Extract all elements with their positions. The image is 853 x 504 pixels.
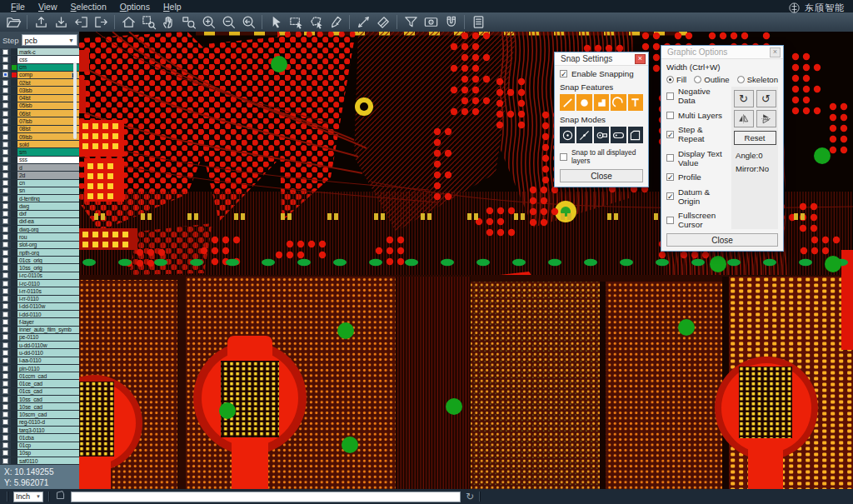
zoom-previous-icon[interactable] <box>238 13 258 31</box>
reset-button[interactable]: Reset <box>734 131 776 145</box>
layer-color-swatch[interactable] <box>11 102 17 109</box>
rotate-cw-button[interactable]: ↻ <box>734 90 754 107</box>
layer-row-inner_auto_film_symb[interactable]: inner_auto_film_symb <box>0 327 79 334</box>
layer-color-swatch[interactable] <box>11 117 17 124</box>
layer-color-swatch[interactable] <box>11 148 17 155</box>
layer-visibility-checkbox[interactable] <box>0 64 11 71</box>
checkbox-step-repeat[interactable]: ✓Step & Repeat <box>666 125 728 143</box>
layer-row-npth-org[interactable]: npth-org <box>0 249 79 257</box>
layer-visibility-checkbox[interactable] <box>0 157 11 163</box>
layer-color-swatch[interactable] <box>11 110 17 117</box>
layer-visibility-checkbox[interactable] <box>0 272 11 279</box>
radio-outline[interactable]: Outline <box>694 75 729 84</box>
layer-visibility-checkbox[interactable] <box>0 349 11 356</box>
close-icon[interactable]: × <box>770 47 781 57</box>
layer-visibility-checkbox[interactable] <box>0 357 11 364</box>
layer-color-swatch[interactable] <box>11 233 17 240</box>
layer-row-u-dd-0110[interactable]: u-dd-0110 <box>0 349 79 357</box>
zoom-in-icon[interactable] <box>198 13 218 31</box>
layer-row-dxf[interactable]: dxf <box>0 211 79 218</box>
open-folder-icon[interactable] <box>3 13 23 31</box>
layer-visibility-checkbox[interactable] <box>0 126 11 132</box>
layer-visibility-checkbox[interactable] <box>0 380 11 387</box>
preview-icon[interactable] <box>421 13 441 31</box>
layer-row-01cba[interactable]: 01cba <box>0 434 79 442</box>
menu-options[interactable]: Options <box>114 2 156 12</box>
layer-row-pin-0110[interactable]: pin-0110 <box>0 365 79 372</box>
snap-corner-icon[interactable] <box>594 94 609 111</box>
layer-visibility-checkbox[interactable] <box>0 249 11 256</box>
layer-row-pe-0110[interactable]: pe-0110 <box>0 334 79 342</box>
layer-color-swatch[interactable] <box>11 187 17 194</box>
layer-row-comp[interactable]: comp <box>0 72 79 79</box>
layer-visibility-checkbox[interactable] <box>0 218 11 225</box>
layer-visibility-checkbox[interactable] <box>0 442 11 449</box>
command-input[interactable] <box>71 492 461 502</box>
snap-nearest-icon[interactable] <box>576 127 591 143</box>
layer-row-06lst[interactable]: 06lst <box>0 110 79 117</box>
snap-slot-icon[interactable] <box>611 127 626 143</box>
layer-row-05lsb[interactable]: 05lsb <box>0 102 79 110</box>
layer-visibility-checkbox[interactable] <box>0 257 11 263</box>
snap-center-icon[interactable] <box>560 127 575 143</box>
menu-selection[interactable]: Selection <box>65 2 112 12</box>
layer-row-mark-c[interactable]: mark-c <box>0 48 79 56</box>
select-rect-icon[interactable] <box>286 13 306 31</box>
layer-row-d-tenting[interactable]: d-tenting <box>0 195 79 202</box>
layer-visibility-checkbox[interactable] <box>0 264 11 271</box>
layer-visibility-checkbox[interactable] <box>0 450 11 457</box>
layer-visibility-checkbox[interactable] <box>0 110 11 117</box>
layer-visibility-checkbox[interactable] <box>0 195 11 202</box>
layer-row-rou[interactable]: rou <box>0 233 79 241</box>
zoom-object-icon[interactable] <box>178 13 198 31</box>
close-icon[interactable]: × <box>635 54 646 64</box>
snap-key-icon[interactable] <box>594 127 609 143</box>
layer-row-2d[interactable]: 2d <box>0 172 79 179</box>
layer-color-swatch[interactable] <box>11 272 17 279</box>
layer-row-10se_cad[interactable]: 10se_cad <box>0 403 79 411</box>
layer-color-swatch[interactable] <box>11 303 17 310</box>
layer-visibility-checkbox[interactable] <box>0 327 11 333</box>
layer-row-i-rc-0110s[interactable]: i-rc-0110s <box>0 272 79 280</box>
save-up-icon[interactable] <box>31 13 51 31</box>
layer-visibility-checkbox[interactable] <box>0 148 11 155</box>
layer-row-i-rr-0110[interactable]: i-rr-0110 <box>0 296 79 303</box>
layer-visibility-checkbox[interactable] <box>0 388 11 395</box>
layer-color-swatch[interactable] <box>11 434 17 441</box>
layer-color-swatch[interactable] <box>11 141 17 147</box>
checkbox-profile[interactable]: ✓Profile <box>666 172 728 182</box>
page-next-icon[interactable] <box>91 13 111 31</box>
layer-visibility-checkbox[interactable] <box>0 133 11 140</box>
layer-color-swatch[interactable] <box>11 427 17 433</box>
profile-shape-icon[interactable] <box>55 489 66 504</box>
layer-visibility-checkbox[interactable] <box>0 117 11 124</box>
brush-icon[interactable] <box>326 13 346 31</box>
rotate-ccw-button[interactable]: ↺ <box>756 90 776 107</box>
layer-visibility-checkbox[interactable] <box>0 211 11 217</box>
layer-color-swatch[interactable] <box>11 450 17 457</box>
layer-visibility-checkbox[interactable] <box>0 419 11 426</box>
layer-color-swatch[interactable] <box>11 242 17 248</box>
graphic-close-button[interactable]: Close <box>666 233 778 247</box>
layer-color-swatch[interactable] <box>11 327 17 333</box>
filter-icon[interactable] <box>401 13 421 31</box>
layer-visibility-checkbox[interactable] <box>0 342 11 348</box>
snap-line-icon[interactable] <box>560 94 575 111</box>
layer-visibility-checkbox[interactable] <box>0 56 11 62</box>
snap-dialog-titlebar[interactable]: Snap Settings × <box>555 52 648 66</box>
layer-row-reg-0110-d[interactable]: reg-0110-d <box>0 419 79 427</box>
layer-row-slot-org[interactable]: slot-org <box>0 242 79 249</box>
layer-row-i-aa-0110[interactable]: i-aa-0110 <box>0 357 79 365</box>
layer-visibility-checkbox[interactable] <box>0 164 11 171</box>
checkbox-display-text-value[interactable]: Display Text Value <box>666 149 728 167</box>
unit-select[interactable]: Inch ▼ <box>13 492 43 502</box>
layer-row-10scm_cad[interactable]: 10scm_cad <box>0 411 79 418</box>
layer-visibility-checkbox[interactable] <box>0 180 11 187</box>
select-arrow-icon[interactable] <box>266 13 286 31</box>
layer-row-targ3-0110[interactable]: targ3-0110 <box>0 427 79 434</box>
snap-close-button[interactable]: Close <box>560 169 643 182</box>
layer-row-cn[interactable]: cn <box>0 180 79 187</box>
layer-row-02lst[interactable]: 02lst <box>0 79 79 87</box>
layer-row-01ce_cad[interactable]: 01ce_cad <box>0 380 79 387</box>
snap-arc-icon[interactable] <box>611 94 626 111</box>
